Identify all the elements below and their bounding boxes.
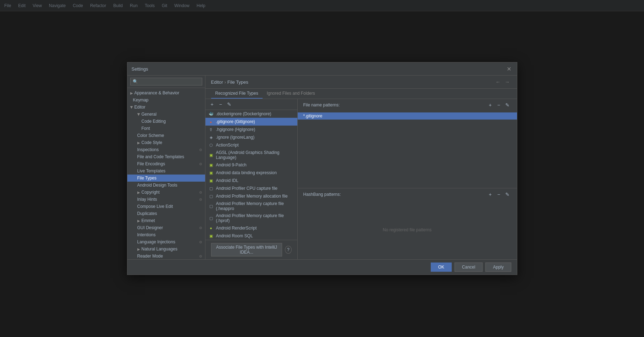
nav-panel: ▶ Appearance & Behavior Keymap ▶ Editor … [127,76,205,259]
filetype-android-databinding[interactable]: ▣ Android data binding expression [205,169,297,177]
nav-item-code-style[interactable]: ▶ Code Style [127,139,205,146]
nav-item-natural-languages[interactable]: ▶ Natural Languages [127,245,205,253]
filetypes-toolbar: + − ✎ [205,99,297,110]
breadcrumb-filetypes: File Types [227,79,248,85]
help-button[interactable]: ? [285,246,291,254]
filetypes-panel: + − ✎ 🐳 .dockerignore (DockerIgnore) [205,99,298,259]
expand-arrow-appearance: ▶ [130,91,133,95]
filetype-android-profiler-heap[interactable]: ▢ Android Profiler Memory capture file (… [205,200,297,212]
nav-item-code-editing[interactable]: Code Editing [127,118,205,125]
filetype-icon-android-renderscript: ● [208,225,214,231]
no-patterns-label: No registered file patterns [298,200,517,259]
filetype-android-room-sql[interactable]: ▣ Android Room SQL [205,232,297,240]
filename-patterns-list: *.gitignore [298,111,517,188]
filetype-actionscript[interactable]: ⬡ ActionScript [205,141,297,149]
add-filetype-button[interactable]: + [208,100,216,108]
filetype-icon-android-profiler-cpu: ▢ [208,186,214,191]
header-actions: ← → [494,78,511,85]
filetype-icon-gitignore: ⬥ [208,119,214,125]
filetype-android-profiler-mem[interactable]: ▢ Android Profiler Memory allocation fil… [205,192,297,200]
nav-item-file-code-templates[interactable]: File and Code Templates [127,153,205,160]
hashbang-patterns-title: HashBang patterns: [303,192,341,197]
nav-item-language-injections[interactable]: Language Injections ⚙ [127,238,205,245]
nav-item-file-encodings[interactable]: File Encodings ⚙ [127,160,205,167]
nav-item-inspections[interactable]: Inspections ⚙ [127,146,205,153]
remove-pattern-button[interactable]: − [495,101,503,109]
edit-pattern-button[interactable]: ✎ [503,101,511,109]
filetype-gitignore[interactable]: ⬥ .gitignore (GitIgnore) [205,118,297,126]
indicator-inlay: ⚙ [199,198,202,201]
filetype-android-profiler-cpu[interactable]: ▢ Android Profiler CPU capture file [205,184,297,192]
tab-ignored[interactable]: Ignored Files and Folders [263,89,319,99]
filetype-icon-android-idl: ▣ [208,178,214,183]
filetype-icon-actionscript: ⬡ [208,142,214,148]
nav-item-inlay-hints[interactable]: Inlay Hints ⚙ [127,196,205,203]
associate-button[interactable]: Associate File Types with IntelliJ IDEA.… [211,243,282,256]
filetype-dockerignore[interactable]: 🐳 .dockerignore (DockerIgnore) [205,110,297,118]
filetype-icon-ignorelang: ◈ [208,134,214,140]
main-content: + − ✎ 🐳 .dockerignore (DockerIgnore) [205,99,517,259]
modal-overlay: Settings ✕ ▶ Appearance & Behavior [0,0,644,337]
filetype-agsl[interactable]: ▣ AGSL (Android Graphics Shading Languag… [205,149,297,161]
filetype-ignorelang[interactable]: ◈ .ignore (IgnoreLang) [205,133,297,141]
nav-item-gui-designer[interactable]: GUI Designer ⚙ [127,224,205,231]
nav-item-emmet[interactable]: ▶ Emmet [127,217,205,224]
nav-item-duplicates[interactable]: Duplicates [127,210,205,217]
nav-item-android-design[interactable]: Android Design Tools [127,182,205,189]
cancel-button[interactable]: Cancel [455,263,483,272]
filename-patterns-title: File name patterns: [303,103,340,107]
tab-recognized[interactable]: Recognized File Types [211,89,263,99]
dialog-titlebar: Settings ✕ [127,62,517,76]
filename-patterns-toolbar: + − ✎ [486,101,511,109]
filetype-android-idl[interactable]: ▣ Android IDL [205,177,297,184]
filetype-icon-android-9patch: ▣ [208,162,214,168]
nav-forward-button[interactable]: → [503,78,511,85]
filetype-hgignore[interactable]: ☿ .hgignore (HgIgnore) [205,126,297,133]
filetype-icon-android-profiler-heap: ▢ [208,203,214,209]
indicator-encodings: ⚙ [199,162,202,166]
indicator-copyright: ⚙ [199,190,202,194]
filetype-icon-android-profiler-mem: ▢ [208,193,214,199]
indicator-lang-inject: ⚙ [199,240,202,244]
ok-button[interactable]: OK [431,263,452,272]
nav-back-button[interactable]: ← [494,78,502,85]
dialog-title: Settings [132,66,148,72]
nav-search-container [127,76,205,88]
nav-item-appearance[interactable]: ▶ Appearance & Behavior [127,89,205,96]
filetype-icon-android-room-sql: ▣ [208,233,214,239]
filetype-android-renderscript[interactable]: ● Android RenderScript [205,224,297,232]
apply-button[interactable]: Apply [485,263,511,272]
nav-item-font[interactable]: Font [127,125,205,132]
remove-hashbang-button[interactable]: − [495,190,503,198]
nav-item-live-templates[interactable]: Live Templates [127,167,205,175]
nav-item-reader-mode[interactable]: Reader Mode ⚙ [127,253,205,259]
pattern-item-gitignore[interactable]: *.gitignore [298,112,517,120]
dialog-close-button[interactable]: ✕ [506,65,513,72]
filetype-android-9patch[interactable]: ▣ Android 9-Patch [205,161,297,169]
breadcrumb-separator: › [224,79,226,85]
nav-item-file-types[interactable]: File Types [127,175,205,182]
nav-search-input[interactable] [130,78,202,85]
hashbang-patterns-toolbar: + − ✎ [486,190,511,198]
edit-hashbang-button[interactable]: ✎ [503,190,511,198]
nav-item-compose-live[interactable]: Compose Live Edit [127,203,205,210]
nav-item-intentions[interactable]: Intentions [127,231,205,238]
filetype-icon-dockerignore: 🐳 [208,111,214,117]
filetype-android-profiler-hprof[interactable]: ▢ Android Profiler Memory capture file (… [205,212,297,224]
patterns-panel: File name patterns: + − ✎ *.gitignore [298,99,517,259]
associate-bar: Associate File Types with IntelliJ IDEA.… [205,240,297,259]
remove-filetype-button[interactable]: − [217,100,225,108]
add-hashbang-button[interactable]: + [486,190,494,198]
edit-filetype-button[interactable]: ✎ [225,100,233,108]
nav-item-general[interactable]: ▶ General [127,111,205,118]
nav-item-editor[interactable]: ▶ Editor [127,104,205,111]
nav-item-color-scheme[interactable]: Color Scheme [127,132,205,139]
filetype-icon-android-profiler-hprof: ▢ [208,215,214,221]
nav-item-keymap[interactable]: Keymap [127,96,205,104]
breadcrumb-editor: Editor [211,79,223,85]
add-pattern-button[interactable]: + [486,101,494,109]
nav-tree: ▶ Appearance & Behavior Keymap ▶ Editor … [127,88,205,259]
filename-patterns-section: File name patterns: + − ✎ *.gitignore [298,99,517,188]
settings-dialog: Settings ✕ ▶ Appearance & Behavior [127,62,517,275]
nav-item-copyright[interactable]: ▶ Copyright ⚙ [127,189,205,196]
